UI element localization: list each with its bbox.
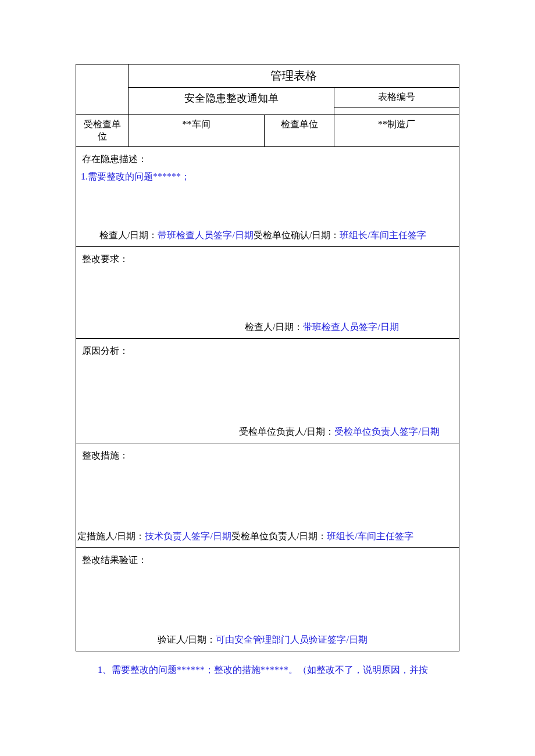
form-number-label: 表格编号 (334, 88, 459, 108)
verify-title: 整改结果验证： (81, 551, 454, 569)
hazard-item-1: 1.需要整改的问题******； (81, 168, 454, 185)
requirement-inspector-value: 带班检查人员签字/日期 (303, 322, 398, 332)
measure-section: 整改措施： 定措施人/日期：技术负责人签字/日期受检单位负责人/日期：班组长/车… (76, 443, 459, 548)
hazard-inspector-value: 带班检查人员签字/日期 (158, 230, 253, 240)
requirement-section: 整改要求： 检查人/日期：带班检查人员签字/日期 (76, 247, 459, 339)
requirement-sign-line: 检查人/日期：带班检查人员签字/日期 (76, 318, 459, 336)
form-subtitle: 安全隐患整改通知单 (129, 88, 334, 115)
requirement-inspector-label: 检查人/日期： (245, 322, 303, 332)
verify-label: 验证人/日期： (158, 635, 216, 644)
hazard-sign-line: 检查人/日期：带班检查人员签字/日期受检单位确认/日期：班组长/车间主任签字 (76, 227, 459, 244)
cause-title: 原因分析： (81, 342, 454, 360)
verify-sign-line: 验证人/日期：可由安全管理部门人员验证签字/日期 (76, 631, 459, 648)
hazard-description-section: 存在隐患描述： 1.需要整改的问题******； 检查人/日期：带班检查人员签字… (76, 147, 459, 247)
footer-note: 1、需要整改的问题******；整改的措施******。（如整改不了，说明原因，… (76, 662, 459, 679)
verify-section: 整改结果验证： 验证人/日期：可由安全管理部门人员验证签字/日期 (76, 548, 459, 651)
hazard-confirm-value: 班组长/车间主任签字 (340, 230, 426, 240)
hazard-title: 存在隐患描述： (81, 151, 454, 168)
logo-cell (76, 65, 129, 115)
form-number-value (334, 108, 459, 115)
cause-sign-line: 受检单位负责人/日期：受检单位负责人签字/日期 (76, 423, 459, 440)
requirement-title: 整改要求： (81, 250, 454, 268)
inspecting-unit-value: **制造厂 (334, 115, 459, 147)
cause-analysis-section: 原因分析： 受检单位负责人/日期：受检单位负责人签字/日期 (76, 339, 459, 443)
measure-responsible-label: 受检单位负责人/日期： (231, 531, 327, 541)
hazard-confirm-label: 受检单位确认/日期： (254, 230, 340, 240)
inspected-unit-label: 受检查单位 (76, 115, 129, 147)
measure-sign-line: 定措施人/日期：技术负责人签字/日期受检单位负责人/日期：班组长/车间主任签字 (76, 528, 459, 545)
cause-responsible-value: 受检单位负责人签字/日期 (334, 427, 439, 436)
measure-title: 整改措施： (81, 447, 454, 464)
measure-responsible-value: 班组长/车间主任签字 (327, 531, 413, 541)
inspecting-unit-label: 检查单位 (265, 115, 334, 147)
measure-planner-label: 定措施人/日期： (77, 531, 145, 541)
verify-value: 可由安全管理部门人员验证签字/日期 (216, 635, 367, 644)
measure-planner-value: 技术负责人签字/日期 (145, 531, 231, 541)
inspected-unit-value: **车间 (129, 115, 265, 147)
management-form-table: 管理表格 安全隐患整改通知单 表格编号 受检查单位 **车间 检查单位 **制造… (76, 64, 459, 651)
cause-responsible-label: 受检单位负责人/日期： (239, 427, 334, 436)
hazard-inspector-label: 检查人/日期： (99, 230, 158, 240)
form-main-title: 管理表格 (129, 65, 459, 88)
